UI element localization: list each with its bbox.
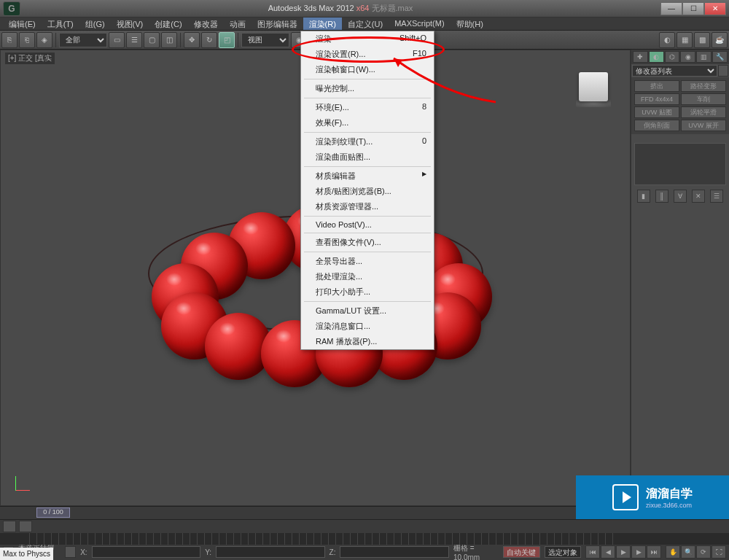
menu-modifier[interactable]: 修改器 [188,18,224,30]
stack-remove-icon[interactable]: ✕ [692,190,705,203]
goto-end-icon[interactable]: ⏭ [647,545,661,559]
watermark-url: zixue.3d66.com [646,502,693,509]
menu-ram-player-item[interactable]: RAM 播放器(P)... [301,334,434,349]
menu-render-surface-item[interactable]: 渲染曲面贴图... [301,149,434,165]
menu-render-item[interactable]: 渲染Shift+Q [301,31,434,47]
render-setup-icon[interactable]: ▦ [677,32,693,48]
pin-icon[interactable] [718,65,728,77]
command-panel: ✚ ◐ ⌬ ◉ ▥ 🔧 修改器列表 挤出 路径变形 FFD 4x4x4 车削 U… [631,50,729,506]
app-logo-icon: G [3,1,20,16]
ffd-button[interactable]: FFD 4x4x4 [634,93,679,105]
minimize-button[interactable]: — [660,2,682,15]
menu-environment-item[interactable]: 环境(E)...8 [301,100,434,115]
menu-effects-item[interactable]: 效果(F)... [301,115,434,131]
menu-print-size-item[interactable]: 打印大小助手... [301,284,434,300]
z-coord-input[interactable] [340,546,449,558]
reference-coord[interactable]: 视图 [241,33,289,47]
path-deform-button[interactable]: 路径变形 [681,80,726,92]
utility-tab-icon[interactable]: 🔧 [712,51,728,63]
bevel-button[interactable]: 倒角剖面 [634,120,679,131]
turbosmooth-button[interactable]: 涡轮平滑 [681,106,726,118]
menu-video-post-item[interactable]: Video Post(V)... [301,218,434,231]
prev-frame-icon[interactable]: ◀ [601,545,615,559]
menu-render-msg-item[interactable]: 渲染消息窗口... [301,319,434,334]
menu-maxscript[interactable]: MAXScript(M) [389,18,450,30]
menu-graph[interactable]: 图形编辑器 [252,18,303,30]
selection-filter[interactable]: 全部 [59,33,107,47]
menu-render-texture-item[interactable]: 渲染到纹理(T)...0 [301,134,434,149]
motion-tab-icon[interactable]: ◉ [680,51,695,63]
select-region-icon[interactable]: ▢ [144,32,160,48]
menu-render[interactable]: 渲染(R) [303,18,342,30]
viewport-label[interactable]: [+] 正交 [真实 [5,52,55,64]
play-icon[interactable]: ▶ [616,545,631,559]
pan-icon[interactable]: ✋ [666,545,680,559]
menu-customize[interactable]: 自定义(U) [342,18,389,30]
stack-config-icon[interactable]: ☰ [710,190,723,203]
modifier-list[interactable]: 修改器列表 [632,65,717,77]
auto-key-button[interactable]: 自动关键点 [503,546,540,558]
watermark-brand: 溜溜自学 [646,487,693,499]
trackbar[interactable] [0,533,729,545]
render-menu-dropdown: 渲染Shift+Q 渲染设置(R)...F10 渲染帧窗口(W)... 曝光控制… [300,31,434,350]
stack-pin-icon[interactable]: ▮ [637,190,650,203]
y-coord-input[interactable] [216,546,325,558]
stack-show-icon[interactable]: ║ [655,190,668,203]
menu-material-browser-item[interactable]: 材质/贴图浏览器(B)... [301,184,434,199]
menu-group[interactable]: 组(G) [79,18,111,30]
extrude-button[interactable]: 挤出 [634,80,679,92]
modifier-stack[interactable] [634,143,726,185]
create-tab-icon[interactable]: ✚ [633,51,648,63]
lathe-button[interactable]: 车削 [681,93,726,105]
selected-filter[interactable]: 选定对象 [545,546,581,558]
link-icon[interactable]: ⎘ [1,32,17,48]
max-viewport-icon[interactable]: ⛶ [712,545,726,559]
watermark-logo-icon [612,484,639,510]
viewcube[interactable] [572,65,615,109]
trackbar-icon[interactable] [3,521,16,532]
menu-animation[interactable]: 动画 [224,18,252,30]
select-icon[interactable]: ▭ [109,32,125,48]
render-frame-icon[interactable]: ▩ [694,32,710,48]
goto-start-icon[interactable]: ⏮ [585,545,600,559]
menu-material-editor-item[interactable]: 材质编辑器▶ [301,168,434,184]
move-icon[interactable]: ✥ [184,32,200,48]
scale-icon[interactable]: ◰ [219,32,235,48]
menu-render-setup-item[interactable]: 渲染设置(R)...F10 [301,47,434,62]
stack-result-icon[interactable]: ∀ [674,190,687,203]
menu-edit[interactable]: 编辑(E) [3,18,42,30]
unwrap-button[interactable]: UVW 展开 [681,120,726,131]
menu-batch-render-item[interactable]: 批处理渲染... [301,269,434,284]
maximize-button[interactable]: ☐ [682,2,704,15]
uvw-map-button[interactable]: UVW 贴图 [634,106,679,118]
menu-tools[interactable]: 工具(T) [42,18,79,30]
window-crossing-icon[interactable]: ◫ [161,32,177,48]
curve-icon[interactable] [19,521,32,532]
menu-view-image-item[interactable]: 查看图像文件(V)... [301,235,434,250]
menu-gamma-item[interactable]: Gamma/LUT 设置... [301,303,434,319]
menu-render-window-item[interactable]: 渲染帧窗口(W)... [301,62,434,77]
display-tab-icon[interactable]: ▥ [696,51,712,63]
lock-sel-icon[interactable] [65,546,76,558]
zoom-icon[interactable]: 🔍 [681,545,695,559]
hierarchy-tab-icon[interactable]: ⌬ [665,51,680,63]
menu-exposure-item[interactable]: 曝光控制... [301,81,434,96]
select-by-name-icon[interactable]: ☰ [126,32,142,48]
menu-view[interactable]: 视图(V) [111,18,149,30]
modify-tab-icon[interactable]: ◐ [649,51,664,63]
time-marker[interactable]: 0 / 100 [36,508,70,518]
close-button[interactable]: ✕ [704,2,726,15]
menu-create[interactable]: 创建(C) [149,18,187,30]
next-frame-icon[interactable]: ▶ [631,545,646,559]
menu-material-manager-item[interactable]: 材质资源管理器... [301,199,434,214]
unlink-icon[interactable]: ⎗ [19,32,35,48]
x-coord-input[interactable] [92,546,201,558]
menu-help[interactable]: 帮助(H) [451,18,489,30]
menu-panorama-item[interactable]: 全景导出器... [301,254,434,269]
material-editor-icon[interactable]: ◐ [659,32,675,48]
bind-icon[interactable]: ◈ [36,32,52,48]
quick-render-icon[interactable]: ☕ [712,32,728,48]
rotate-icon[interactable]: ↻ [201,32,217,48]
window-title: Autodesk 3ds Max 2012 x64 无标题.max [20,3,660,14]
orbit-icon[interactable]: ⟳ [696,545,711,559]
